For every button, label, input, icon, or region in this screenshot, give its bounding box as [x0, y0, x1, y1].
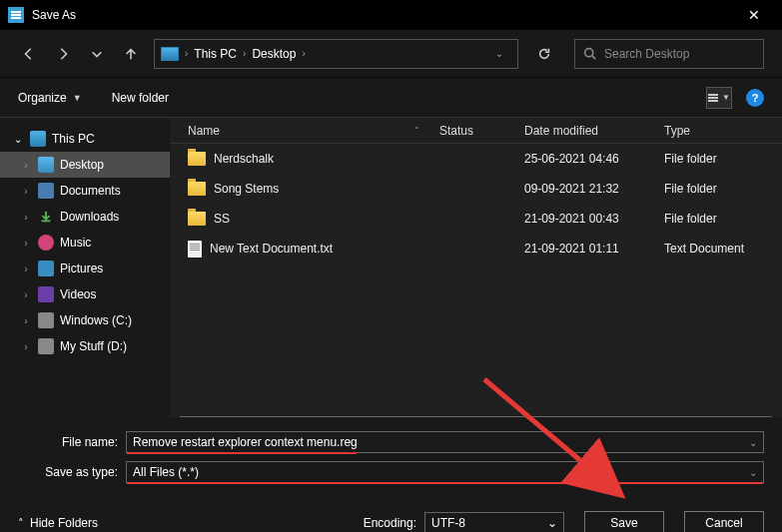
save-button[interactable]: Save	[584, 511, 664, 532]
sort-asc-icon: ˄	[414, 126, 419, 136]
new-folder-button[interactable]: New folder	[112, 91, 169, 105]
pc-icon	[30, 131, 46, 147]
expand-icon[interactable]: ›	[20, 186, 32, 197]
tree-label: Documents	[60, 184, 121, 198]
tree-music[interactable]: › Music	[0, 230, 170, 256]
folder-icon	[188, 182, 206, 196]
hide-folders-label: Hide Folders	[30, 516, 98, 530]
column-name[interactable]: Name˄	[170, 124, 439, 138]
tree-videos[interactable]: › Videos	[0, 281, 170, 307]
tree-label: Downloads	[60, 210, 119, 224]
column-type[interactable]: Type	[664, 124, 782, 138]
help-button[interactable]: ?	[746, 89, 764, 107]
encoding-label: Encoding:	[364, 516, 416, 530]
expand-icon[interactable]: ›	[20, 341, 32, 352]
saveastype-value: All Files (*.*)	[133, 465, 199, 479]
expand-icon[interactable]: ›	[20, 315, 32, 326]
tree-pictures[interactable]: › Pictures	[0, 256, 170, 281]
drive-icon	[38, 312, 54, 328]
chevron-down-icon: ⌄	[547, 516, 557, 530]
file-date: 21-09-2021 00:43	[524, 212, 664, 226]
address-dropdown[interactable]: ⌄	[495, 48, 503, 59]
file-row[interactable]: New Text Document.txt21-09-2021 01:11Tex…	[170, 234, 782, 264]
breadcrumb-root[interactable]: This PC	[194, 47, 237, 61]
column-status[interactable]: Status	[439, 124, 524, 138]
tree-documents[interactable]: › Documents	[0, 178, 170, 204]
encoding-select[interactable]: UTF-8 ⌄	[424, 512, 564, 532]
expand-icon[interactable]: ›	[20, 264, 32, 274]
forward-button[interactable]	[52, 43, 74, 65]
tree-this-pc[interactable]: ⌄ This PC	[0, 126, 170, 152]
chevron-down-icon[interactable]: ⌄	[749, 467, 757, 478]
tree-label: Desktop	[60, 158, 104, 172]
toolbar: Organize ▼ New folder ▼ ?	[0, 78, 782, 118]
filename-value: Remove restart explorer context menu.reg	[133, 435, 358, 449]
encoding-value: UTF-8	[431, 516, 465, 530]
documents-icon	[38, 183, 54, 199]
refresh-button[interactable]	[530, 40, 558, 68]
expand-icon[interactable]: ›	[20, 289, 32, 300]
search-placeholder: Search Desktop	[604, 47, 689, 61]
cancel-button[interactable]: Cancel	[684, 511, 764, 532]
file-type: File folder	[664, 152, 782, 166]
tree-label: Videos	[60, 287, 96, 301]
view-options-button[interactable]: ▼	[706, 87, 732, 109]
pictures-icon	[38, 261, 54, 276]
folder-icon	[188, 212, 206, 226]
tree-downloads[interactable]: › Downloads	[0, 204, 170, 230]
up-button[interactable]	[120, 43, 142, 65]
chevron-up-icon: ˄	[18, 517, 24, 530]
chevron-right-icon[interactable]: ›	[185, 48, 188, 59]
saveastype-select[interactable]: All Files (*.*) ⌄	[126, 461, 764, 483]
file-date: 25-06-2021 04:46	[524, 152, 664, 166]
file-row[interactable]: Nerdschalk25-06-2021 04:46File folder	[170, 144, 782, 174]
file-rows: Nerdschalk25-06-2021 04:46File folderSon…	[170, 144, 782, 416]
recent-dropdown[interactable]	[86, 43, 108, 65]
back-button[interactable]	[18, 43, 40, 65]
hide-folders-button[interactable]: ˄ Hide Folders	[18, 516, 98, 530]
file-row[interactable]: Song Stems09-09-2021 21:32File folder	[170, 174, 782, 204]
expand-icon[interactable]: ›	[20, 212, 32, 223]
svg-point-0	[585, 49, 593, 57]
tree-label: Music	[60, 236, 91, 250]
app-icon	[8, 7, 24, 23]
videos-icon	[38, 286, 54, 302]
downloads-icon	[38, 209, 54, 225]
tree-label: This PC	[52, 132, 95, 146]
sidebar: ⌄ This PC › Desktop › Documents › Downlo…	[0, 118, 170, 417]
txtfile-icon	[188, 241, 202, 258]
chevron-right-icon[interactable]: ›	[243, 48, 246, 59]
tree-drive-c[interactable]: › Windows (C:)	[0, 307, 170, 333]
file-name: SS	[214, 212, 230, 226]
drive-icon	[38, 338, 54, 354]
file-row[interactable]: SS21-09-2021 00:43File folder	[170, 204, 782, 234]
list-icon	[708, 97, 718, 99]
organize-menu[interactable]: Organize ▼	[18, 91, 82, 105]
expand-icon[interactable]: ›	[20, 238, 32, 249]
desktop-icon	[38, 157, 54, 173]
scroll-line	[180, 416, 772, 417]
search-icon	[583, 47, 596, 60]
saveastype-label: Save as type:	[18, 465, 118, 479]
chevron-right-icon[interactable]: ›	[302, 48, 305, 59]
column-date[interactable]: Date modified	[524, 124, 664, 138]
save-form: File name: Remove restart explorer conte…	[0, 417, 782, 501]
breadcrumb-folder[interactable]: Desktop	[252, 47, 296, 61]
column-headers: Name˄ Status Date modified Type	[170, 118, 782, 144]
filename-input[interactable]: Remove restart explorer context menu.reg…	[126, 431, 764, 453]
search-input[interactable]: Search Desktop	[574, 39, 764, 69]
file-name: Nerdschalk	[214, 152, 274, 166]
tree-label: Pictures	[60, 262, 103, 275]
tree-drive-d[interactable]: › My Stuff (D:)	[0, 333, 170, 359]
collapse-icon[interactable]: ⌄	[12, 134, 24, 145]
file-date: 21-09-2021 01:11	[524, 242, 664, 256]
tree-label: My Stuff (D:)	[60, 339, 127, 353]
folder-icon	[188, 152, 206, 166]
address-bar[interactable]: › This PC › Desktop › ⌄	[154, 39, 518, 69]
chevron-down-icon[interactable]: ⌄	[749, 437, 757, 448]
filename-label: File name:	[18, 435, 118, 449]
tree-desktop[interactable]: › Desktop	[0, 152, 170, 178]
close-button[interactable]: ✕	[734, 7, 774, 23]
expand-icon[interactable]: ›	[20, 160, 32, 171]
organize-label: Organize	[18, 91, 67, 105]
